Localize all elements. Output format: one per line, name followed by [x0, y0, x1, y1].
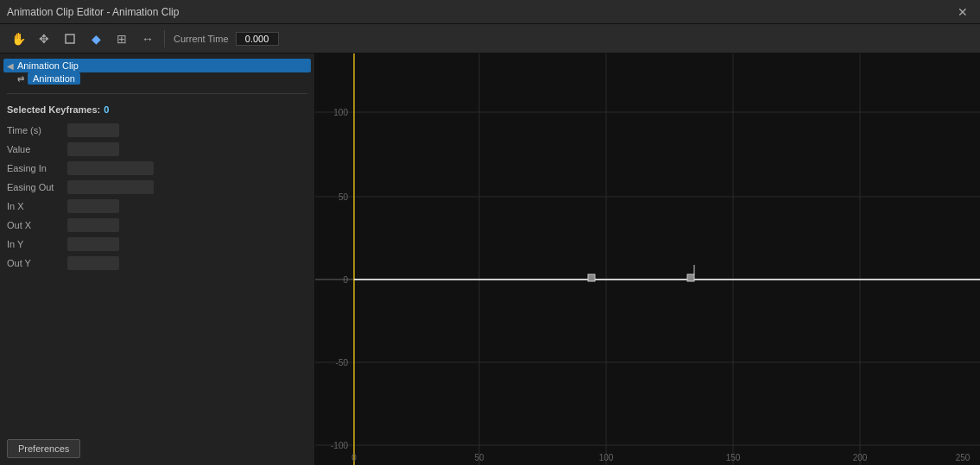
svg-rect-1 — [315, 53, 980, 465]
titlebar-title: Animation Clip Editor - Animation Clip — [7, 6, 179, 18]
svg-text:250: 250 — [956, 453, 971, 462]
prop-label-out-y: Out Y — [7, 258, 67, 268]
prop-row-value: Value — [7, 142, 307, 156]
svg-text:200: 200 — [853, 453, 868, 462]
selected-keyframes-count: 0 — [104, 104, 109, 115]
prop-row-easing-in: Easing In — [7, 161, 307, 175]
toolbar-separator — [164, 30, 165, 47]
prop-input-out-x[interactable] — [67, 218, 119, 232]
move-tool-button[interactable]: ✥ — [33, 28, 55, 50]
svg-rect-0 — [66, 35, 74, 43]
prop-row-in-y: In Y — [7, 237, 307, 251]
current-time-label: Current Time — [174, 34, 229, 44]
prop-label-in-y: In Y — [7, 239, 67, 249]
svg-text:0: 0 — [343, 275, 348, 285]
tree-child-item[interactable]: ⇄ Animation — [17, 72, 311, 85]
main-layout: ◀ Animation Clip ⇄ Animation Selected Ke… — [0, 53, 980, 465]
tree-child-icon: ⇄ — [17, 74, 24, 84]
tree-arrow-icon: ◀ — [7, 61, 14, 71]
prop-input-value[interactable] — [67, 142, 119, 156]
prop-label-easing-out: Easing Out — [7, 182, 67, 192]
prop-row-easing-out: Easing Out — [7, 180, 307, 194]
svg-rect-17 — [687, 274, 694, 281]
svg-text:50: 50 — [474, 453, 484, 462]
prop-label-easing-in: Easing In — [7, 163, 67, 173]
prop-input-in-x[interactable] — [67, 199, 119, 213]
prop-input-out-y[interactable] — [67, 256, 119, 270]
graph-svg: 100 50 0 -50 -100 0 50 100 150 200 250 — [315, 53, 980, 465]
svg-text:100: 100 — [599, 453, 614, 462]
pan-tool-button[interactable]: ✋ — [7, 28, 29, 50]
svg-text:-50: -50 — [336, 358, 349, 368]
toolbar: ✋ ✥ ◆ ⊞ ↔ Current Time 0.000 — [0, 24, 980, 53]
prop-input-easing-in[interactable] — [67, 161, 154, 175]
svg-text:50: 50 — [338, 192, 349, 202]
svg-text:-100: -100 — [331, 441, 348, 450]
prop-input-easing-out[interactable] — [67, 180, 154, 194]
frame-tool-button[interactable]: ⊞ — [111, 28, 133, 50]
preferences-area: Preferences — [0, 439, 314, 465]
diamond-tool-button[interactable]: ◆ — [85, 28, 107, 50]
selected-keyframes-row: Selected Keyframes: 0 — [7, 104, 307, 115]
prop-label-time: Time (s) — [7, 125, 67, 135]
current-time-value[interactable]: 0.000 — [236, 32, 279, 46]
tree-root-label: Animation Clip — [17, 60, 79, 71]
preferences-button[interactable]: Preferences — [7, 439, 80, 458]
tree-child-label: Animation — [28, 72, 80, 85]
svg-text:150: 150 — [726, 453, 741, 462]
svg-text:0: 0 — [351, 453, 357, 462]
prop-row-time: Time (s) — [7, 123, 307, 137]
svg-rect-16 — [588, 274, 595, 281]
titlebar: Animation Clip Editor - Animation Clip ✕ — [0, 0, 980, 24]
properties-area: Selected Keyframes: 0 Time (s) Value Eas… — [0, 97, 314, 439]
prop-label-value: Value — [7, 144, 67, 154]
tree-root-item[interactable]: ◀ Animation Clip — [3, 59, 311, 72]
key-tool-button[interactable] — [59, 28, 81, 50]
prop-input-time[interactable] — [67, 123, 119, 137]
prop-label-in-x: In X — [7, 201, 67, 211]
prop-row-out-y: Out Y — [7, 256, 307, 270]
prop-label-out-x: Out X — [7, 220, 67, 230]
divider-1 — [7, 93, 307, 94]
close-button[interactable]: ✕ — [952, 3, 973, 21]
prop-row-out-x: Out X — [7, 218, 307, 232]
fit-tool-button[interactable]: ↔ — [136, 28, 159, 50]
graph-area[interactable]: 100 50 0 -50 -100 0 50 100 150 200 250 — [315, 53, 980, 465]
svg-text:100: 100 — [333, 108, 348, 117]
left-panel: ◀ Animation Clip ⇄ Animation Selected Ke… — [0, 53, 315, 465]
selected-keyframes-label: Selected Keyframes: — [7, 104, 100, 115]
prop-row-in-x: In X — [7, 199, 307, 213]
prop-input-in-y[interactable] — [67, 237, 119, 251]
tree-area: ◀ Animation Clip ⇄ Animation — [0, 53, 314, 90]
